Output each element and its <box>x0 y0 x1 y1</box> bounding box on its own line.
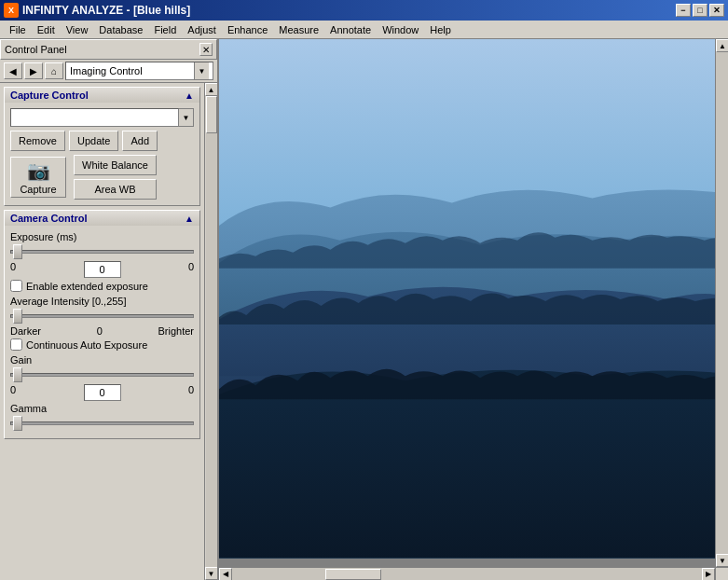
maximize-button[interactable]: □ <box>693 4 707 17</box>
gain-label: Gain <box>10 354 194 366</box>
left-panel: Control Panel ✕ ◀ ▶ ⌂ Imaging Control ▼ … <box>0 39 219 580</box>
exposure-label: Exposure (ms) <box>10 231 194 242</box>
capture-label: Capture <box>20 184 56 195</box>
image-scrollbar-left-button[interactable]: ◀ <box>219 568 232 581</box>
darker-value: 0 <box>97 325 103 337</box>
capture-dropdown-input[interactable] <box>10 108 179 127</box>
nav-forward-button[interactable]: ▶ <box>24 62 43 79</box>
capture-button[interactable]: 📷 Capture <box>10 157 66 198</box>
continuous-ae-checkbox[interactable] <box>10 338 22 351</box>
add-button[interactable]: Add <box>122 131 158 151</box>
minimize-button[interactable]: − <box>676 4 691 17</box>
exposure-min: 0 <box>10 261 16 278</box>
capture-control-header[interactable]: Capture Control ▲ <box>5 88 199 103</box>
title-bar: X INFINITY ANALYZE - [Blue hills] − □ ✕ <box>0 0 728 21</box>
gain-min: 0 <box>10 384 16 401</box>
window-controls: − □ ✕ <box>676 4 724 17</box>
capture-control-title: Capture Control <box>10 90 89 101</box>
image-scrollbar-up-button[interactable]: ▲ <box>716 39 728 52</box>
scrollbar-down-button[interactable]: ▼ <box>205 567 218 580</box>
exposure-input[interactable] <box>84 261 121 278</box>
app-title: INFINITY ANALYZE - [Blue hills] <box>22 4 190 17</box>
capture-buttons-row: Remove Update Add <box>10 131 194 151</box>
menu-database[interactable]: Database <box>93 22 148 37</box>
image-scrollbar-right-button[interactable]: ▶ <box>702 568 715 581</box>
extended-exposure-label: Enable extended exposure <box>26 281 148 292</box>
camera-control-header[interactable]: Camera Control ▲ <box>5 211 199 226</box>
scrollbar-thumb[interactable] <box>206 96 217 133</box>
exposure-slider-thumb[interactable] <box>13 244 22 259</box>
control-panel-header: Control Panel ✕ <box>0 39 217 60</box>
control-panel-title: Control Panel <box>5 44 67 55</box>
menu-adjust[interactable]: Adjust <box>182 22 222 37</box>
camera-control-title: Camera Control <box>10 213 88 224</box>
scrollbar-up-button[interactable]: ▲ <box>205 83 218 96</box>
extended-exposure-row: Enable extended exposure <box>10 280 194 292</box>
capture-control-section: Capture Control ▲ ▼ Remove Update <box>4 87 200 206</box>
nav-back-button[interactable]: ◀ <box>4 62 22 79</box>
camera-icon: 📷 <box>27 159 50 182</box>
menu-measure[interactable]: Measure <box>273 22 324 37</box>
avg-intensity-slider-track[interactable] <box>10 314 194 318</box>
avg-intensity-label: Average Intensity [0.,255] <box>10 296 194 307</box>
wb-buttons: White Balance Area WB <box>74 155 157 200</box>
control-panel-close-button[interactable]: ✕ <box>199 43 213 56</box>
area-wb-button[interactable]: Area WB <box>74 179 157 200</box>
exposure-slider-track[interactable] <box>10 250 194 254</box>
update-button[interactable]: Update <box>69 131 118 151</box>
continuous-ae-label: Continuous Auto Exposure <box>26 339 147 351</box>
nav-dropdown[interactable]: Imaging Control ▼ <box>65 62 213 80</box>
exposure-numbers: 0 0 <box>10 261 194 278</box>
camera-control-section: Camera Control ▲ Exposure (ms) 0 0 <box>4 210 200 439</box>
image-scrollbar-h-track <box>232 568 702 581</box>
camera-control-collapse-icon[interactable]: ▲ <box>185 214 194 224</box>
gain-max: 0 <box>188 384 194 401</box>
gain-numbers: 0 0 <box>10 384 194 401</box>
gamma-slider-track[interactable] <box>10 421 194 425</box>
menu-annotate[interactable]: Annotate <box>324 22 377 37</box>
capture-control-body: ▼ Remove Update Add 📷 Capture <box>5 103 199 205</box>
blue-hills-image <box>219 39 728 559</box>
capture-main-row: 📷 Capture White Balance Area WB <box>10 155 194 200</box>
image-scrollbar-down-button[interactable]: ▼ <box>716 554 728 567</box>
brighter-label: Brighter <box>158 325 194 337</box>
menu-view[interactable]: View <box>61 22 94 37</box>
nav-bar: ◀ ▶ ⌂ Imaging Control ▼ <box>0 60 217 83</box>
white-balance-button[interactable]: White Balance <box>74 155 157 175</box>
menu-bar: File Edit View Database Field Adjust Enh… <box>0 21 728 39</box>
gain-slider-thumb[interactable] <box>13 367 22 382</box>
close-button[interactable]: ✕ <box>709 4 724 17</box>
image-scrollbar-track <box>716 52 728 554</box>
menu-edit[interactable]: Edit <box>32 22 61 37</box>
extended-exposure-checkbox[interactable] <box>10 280 22 292</box>
menu-field[interactable]: Field <box>148 22 182 37</box>
main-layout: Control Panel ✕ ◀ ▶ ⌂ Imaging Control ▼ … <box>0 39 728 580</box>
intensity-labels: Darker 0 Brighter <box>10 325 194 337</box>
camera-control-body: Exposure (ms) 0 0 Enable extended e <box>5 226 199 438</box>
app-icon: X <box>4 3 19 18</box>
image-scrollbar-h-thumb[interactable] <box>325 569 381 580</box>
nav-dropdown-label: Imaging Control <box>70 65 194 76</box>
image-right-scrollbar[interactable]: ▲ ▼ <box>715 39 728 567</box>
exposure-max: 0 <box>188 261 194 278</box>
capture-dropdown-arrow-icon[interactable]: ▼ <box>179 108 194 127</box>
image-bottom-scrollbar[interactable]: ◀ ▶ <box>219 567 715 580</box>
left-panel-scrollbar[interactable]: ▲ ▼ <box>204 83 217 580</box>
nav-dropdown-arrow-icon[interactable]: ▼ <box>194 62 209 79</box>
menu-file[interactable]: File <box>4 22 32 37</box>
gamma-label: Gamma <box>10 403 194 414</box>
nav-home-button[interactable]: ⌂ <box>45 62 63 79</box>
scrollbar-corner <box>715 567 728 580</box>
capture-dropdown-wrap: ▼ <box>10 108 194 127</box>
menu-help[interactable]: Help <box>424 22 457 37</box>
gain-input[interactable] <box>84 384 121 401</box>
gamma-slider-thumb[interactable] <box>13 416 22 431</box>
remove-button[interactable]: Remove <box>10 131 65 151</box>
darker-label: Darker <box>10 325 41 337</box>
gain-slider-track[interactable] <box>10 373 194 377</box>
avg-intensity-slider-thumb[interactable] <box>13 309 22 324</box>
capture-control-collapse-icon[interactable]: ▲ <box>185 90 194 101</box>
continuous-ae-row: Continuous Auto Exposure <box>10 338 194 351</box>
menu-enhance[interactable]: Enhance <box>222 22 273 37</box>
menu-window[interactable]: Window <box>377 22 424 37</box>
